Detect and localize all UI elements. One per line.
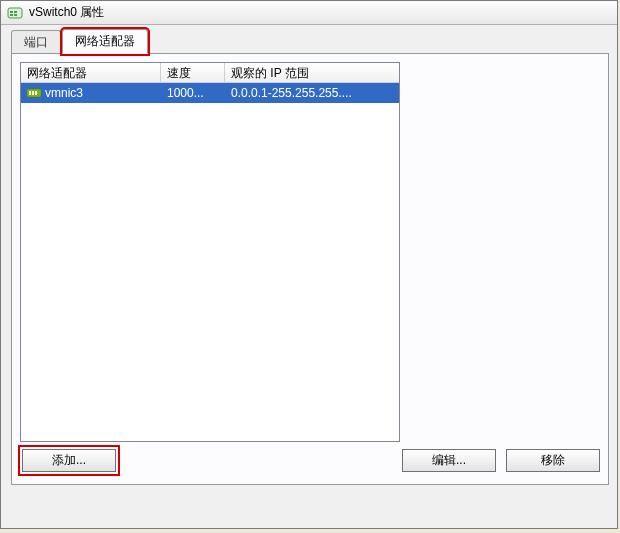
- adapter-name: vmnic3: [45, 86, 83, 100]
- svg-rect-8: [35, 91, 37, 95]
- table-row[interactable]: vmnic3 1000... 0.0.0.1-255.255.255....: [21, 83, 399, 103]
- table-header: 网络适配器 速度 观察的 IP 范围: [21, 63, 399, 83]
- tab-strip: 端口 网络适配器: [11, 31, 607, 53]
- svg-rect-6: [29, 91, 31, 95]
- svg-rect-1: [10, 11, 13, 13]
- svg-rect-3: [10, 14, 13, 16]
- tab-label: 网络适配器: [75, 34, 135, 48]
- window-title: vSwitch0 属性: [29, 4, 104, 21]
- tab-ports[interactable]: 端口: [11, 30, 61, 54]
- add-button-highlight: 添加...: [20, 447, 118, 474]
- properties-dialog: vSwitch0 属性 端口 网络适配器 网络适配器 速度 观察的 IP 范围: [0, 0, 618, 529]
- cell-ip-range: 0.0.0.1-255.255.255....: [225, 84, 390, 102]
- column-ip-range[interactable]: 观察的 IP 范围: [225, 63, 390, 82]
- nic-icon: [27, 87, 41, 99]
- vswitch-icon: [7, 5, 23, 21]
- adapters-table: 网络适配器 速度 观察的 IP 范围: [20, 62, 400, 442]
- titlebar: vSwitch0 属性: [1, 1, 617, 25]
- edit-button[interactable]: 编辑...: [402, 449, 496, 472]
- content-area: 端口 网络适配器 网络适配器 速度 观察的 IP 范围: [1, 25, 617, 495]
- tab-network-adapters[interactable]: 网络适配器: [62, 29, 148, 54]
- remove-button[interactable]: 移除: [506, 449, 600, 472]
- svg-rect-4: [14, 14, 17, 16]
- svg-rect-7: [32, 91, 34, 95]
- cell-speed: 1000...: [161, 84, 225, 102]
- button-row: 添加... 编辑... 移除: [20, 447, 600, 474]
- tab-label: 端口: [24, 35, 48, 49]
- column-adapter[interactable]: 网络适配器: [21, 63, 161, 82]
- tab-panel: 网络适配器 速度 观察的 IP 范围: [11, 53, 609, 485]
- column-speed[interactable]: 速度: [161, 63, 225, 82]
- cell-adapter: vmnic3: [21, 84, 161, 102]
- add-button[interactable]: 添加...: [22, 449, 116, 472]
- svg-rect-2: [14, 11, 17, 13]
